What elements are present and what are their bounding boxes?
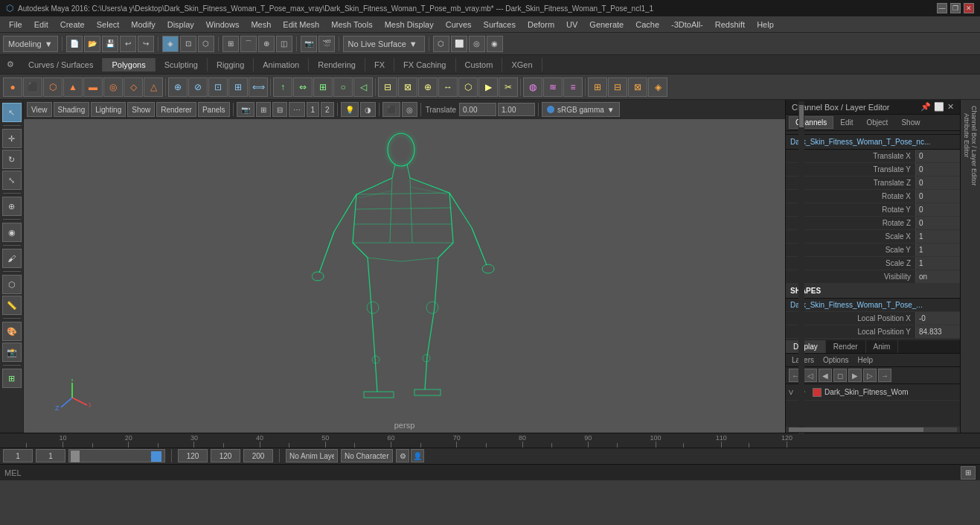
xray-btn[interactable]: ⬡ [433,36,449,52]
translate-y-value[interactable]: 1.00 [498,103,535,116]
layer-tab-anim[interactable]: Anim [866,340,899,353]
panels-menu[interactable]: Panels [198,102,230,117]
show-menu[interactable]: Show [127,102,155,117]
snap-surface-btn[interactable]: ◫ [276,36,292,52]
grid-btn[interactable]: ⊟ [272,102,287,117]
material-btn[interactable]: ◉ [487,36,503,52]
soften-icon[interactable]: ≋ [543,77,563,97]
local-pos-x-value[interactable]: -0 [915,312,960,325]
crease-icon[interactable]: ⊞ [588,77,607,97]
ipr-btn[interactable]: 📸 [2,343,22,362]
current-frame-input[interactable] [36,449,65,462]
workspace-tab-xgen[interactable]: XGen [502,58,542,71]
renderer-menu[interactable]: Renderer [156,102,196,117]
undo-btn[interactable]: ↩ [120,36,136,52]
sphere-icon[interactable]: ● [3,77,22,97]
snap-grid-btn[interactable]: ⊞ [222,36,239,52]
menu-item-curves[interactable]: Curves [440,19,478,31]
lighting-menu[interactable]: Lighting [91,102,126,117]
mirror-icon[interactable]: ⟺ [249,77,268,97]
restore-button[interactable]: ❐ [950,3,961,13]
translate-x-value[interactable]: 0.00 [459,103,496,116]
modeling-dropdown[interactable]: Modeling ▼ [3,36,58,52]
attr-side-tab[interactable]: Channel Box / Layer Editor Attribute Edi… [960,100,980,433]
workspace-tab-polygons[interactable]: Polygons [103,58,155,71]
save-file-btn[interactable]: 💾 [102,36,118,52]
render-btn[interactable]: 🎬 [318,36,335,52]
axis-btn[interactable]: ⊞ [2,369,22,388]
frame-slider[interactable]: 120 [68,449,165,462]
redo-btn[interactable]: ↪ [138,36,154,52]
cb-tab-edit[interactable]: Edit [833,116,859,129]
layer-stop-btn[interactable]: ◻ [833,369,847,382]
layer-menu-options[interactable]: Options [820,355,851,365]
cage-btn[interactable]: ⬡ [2,275,22,294]
workspace-settings-btn[interactable]: ⚙ [1,56,19,74]
workspace-tab-rigging[interactable]: Rigging [208,58,254,71]
layer-play-btn[interactable]: ▶ [848,369,862,382]
cb-tab-channels[interactable]: Channels [789,116,833,129]
local-pos-y-value[interactable]: 84.833 [915,325,960,338]
move-btn[interactable]: ✛ [2,129,22,148]
no-char-set-input[interactable] [341,449,393,462]
cb-tab-show[interactable]: Show [894,116,926,129]
display1-btn[interactable]: 1 [307,102,320,117]
minimize-button[interactable]: — [937,3,947,13]
cb-expand-btn[interactable]: ⬜ [934,102,944,112]
wireframe-mode-btn[interactable]: ⬛ [382,102,400,117]
smooth-btn[interactable]: ◎ [469,36,485,52]
cb-tab-object[interactable]: Object [860,116,895,129]
sculpt-btn[interactable]: 🖌 [2,249,22,268]
append-icon[interactable]: ⊞ [313,77,333,97]
combine-icon[interactable]: ⊕ [168,77,188,97]
extract-icon[interactable]: ⊡ [208,77,228,97]
wireframe-btn[interactable]: ⬜ [451,36,467,52]
shadow-btn[interactable]: ◑ [360,102,376,117]
uncrease-icon[interactable]: ⊟ [608,77,627,97]
workspace-tab-animation[interactable]: Animation [254,58,309,71]
render-viewport-btn[interactable]: 🎨 [2,322,22,341]
snap-curve-btn[interactable]: ⌒ [240,36,257,52]
pyramid-icon[interactable]: △ [144,77,163,97]
bridge-icon[interactable]: ⇔ [293,77,313,97]
anim-out-input[interactable] [243,449,273,462]
cb-close-btn[interactable]: ✕ [947,102,954,112]
soft-select-btn[interactable]: ◉ [2,223,22,242]
ik-btn[interactable]: ⋯ [289,102,305,117]
smooth-mode-btn[interactable]: ◎ [402,102,417,117]
workspace-tab-curvessurfaces[interactable]: Curves / Surfaces [19,58,103,71]
slide-edge-icon[interactable]: ↔ [438,77,458,97]
menu-item-meshtools[interactable]: Mesh Tools [325,19,378,31]
layer-last-btn[interactable]: → [878,369,891,382]
rotate-btn[interactable]: ↻ [2,150,22,169]
torus-icon[interactable]: ◎ [103,77,123,97]
layer-menu-help[interactable]: Help [854,355,876,365]
bevel-icon[interactable]: ⬡ [458,77,478,97]
menu-item-create[interactable]: Create [54,19,91,31]
cb-pin-btn[interactable]: 📌 [920,102,931,112]
connect-icon[interactable]: ⊕ [418,77,438,97]
persp-btn[interactable]: ⊞ [256,102,271,117]
channel-scrollbar[interactable] [798,101,804,433]
camera-btn[interactable]: 📷 [301,36,317,52]
menu-item-editmesh[interactable]: Edit Mesh [277,19,325,31]
offset-loop-icon[interactable]: ⊠ [398,77,417,97]
layer-play-rev-btn[interactable]: ◀ [819,369,832,382]
scale-btn[interactable]: ⤡ [2,171,22,190]
crease-all-icon[interactable]: ◈ [648,77,667,97]
start-frame-input[interactable] [3,449,33,462]
cmd-input[interactable] [34,468,961,477]
show-manipulator-btn[interactable]: ⊕ [2,197,22,216]
layer-scrollbar[interactable] [786,427,960,433]
menu-item-dtoall[interactable]: -3DtoAll- [665,19,709,31]
harden-icon[interactable]: ≡ [563,77,583,97]
shading-menu[interactable]: Shading [54,102,90,117]
menu-item-uv[interactable]: UV [560,19,583,31]
snap-point-btn[interactable]: ⊕ [258,36,275,52]
extrude-icon[interactable]: ↑ [273,77,292,97]
wedge-icon[interactable]: ◁ [353,77,373,97]
close-button[interactable]: ✕ [964,3,974,13]
boolean-icon[interactable]: ⊞ [228,77,248,97]
smooth-mesh-icon[interactable]: ◍ [523,77,542,97]
prism-icon[interactable]: ◇ [124,77,143,97]
